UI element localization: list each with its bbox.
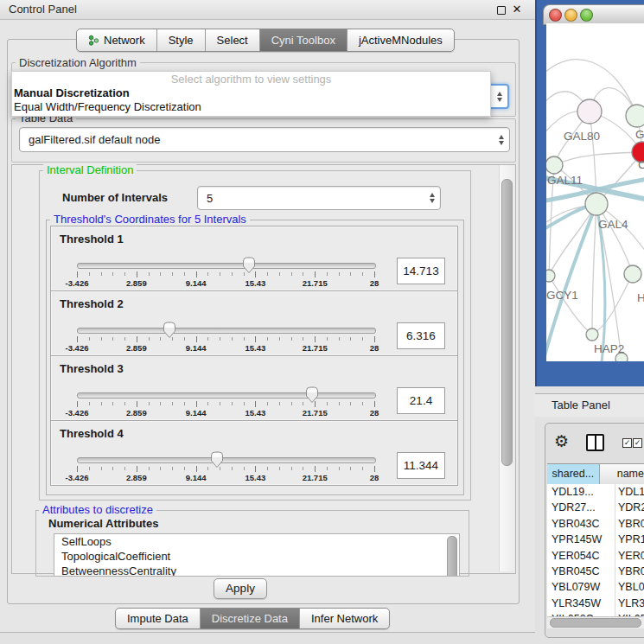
cell-shared-name[interactable]: YPR145W [547,532,615,547]
network-node[interactable] [546,270,555,282]
dropdown-option-equal-width[interactable]: Equal Width/Frequency Discretization [12,100,490,114]
cell-name[interactable]: YBL079W [615,579,644,595]
threshold-value-field[interactable]: 11.344 [397,452,445,479]
vertical-scrollbar-thumb[interactable] [501,179,513,466]
dropdown-option-manual[interactable]: Manual Discretization [12,86,490,100]
attribute-list-item[interactable]: TopologicalCoefficient [54,549,459,564]
cell-shared-name[interactable]: YLR345W [547,596,615,611]
network-graph: GAL80GACGAL11GAL4GCY1HHAP2 [546,23,644,361]
cell-name[interactable]: YBR043C [615,516,644,532]
slider-tick [196,466,197,472]
bottom-tab-infer-network[interactable]: Infer Network [300,609,389,628]
cell-name[interactable]: YLR345W [615,596,644,611]
table-row[interactable]: YDR27...YDR27... [547,500,644,515]
select-all-checkbox-icon[interactable]: ✓ [622,438,632,448]
table-row[interactable]: YBR045CYBR045C [547,564,644,579]
network-node[interactable] [577,99,602,124]
float-window-icon[interactable] [497,6,506,15]
network-canvas[interactable]: GAL80GACGAL11GAL4GCY1HHAP2 [546,23,644,361]
table-row[interactable]: YBR043CYBR043C [547,516,644,532]
slider-tick [137,271,137,277]
bottom-tab-impute-data[interactable]: Impute Data [116,609,201,628]
cell-name[interactable]: YBR045C [615,564,644,579]
table-rows[interactable]: YDL19...YDL19...YDR27...YDR27...YBR043CY… [547,484,644,616]
bottom-tab-discretize-data[interactable]: Discretize Data [201,609,300,628]
cell-shared-name[interactable]: YER054C [547,548,615,564]
column-header-shared-name[interactable]: shared... [547,464,600,484]
network-node[interactable] [586,328,598,341]
table-row[interactable]: YDL19...YDL19... [547,484,644,500]
cell-name[interactable]: YDL19... [615,484,644,500]
cell-name[interactable]: YDR27... [615,500,644,515]
deselect-all-checkbox-icon[interactable]: ✓ [633,438,642,448]
number-of-intervals-combo[interactable]: 5 [197,186,441,210]
slider-tick-label: 2.859 [126,278,147,288]
slider-tick-label: 28 [370,408,379,418]
column-header-name[interactable]: name [600,464,644,484]
slider-tick [196,336,197,342]
slider-thumb[interactable] [161,321,178,339]
table-panel-titlebar: Table Panel [535,393,644,417]
slider-tick [220,337,220,341]
slider-tick-label: 9.144 [186,408,207,418]
slider-tick [89,272,90,276]
network-window-titlebar[interactable] [543,4,644,25]
gear-icon[interactable]: ⚙ [554,430,569,451]
threshold-value-field[interactable]: 14.713 [397,258,445,284]
slider-track[interactable] [77,328,376,334]
table-row[interactable]: YER054CYER054C [547,548,644,564]
threshold-value-field[interactable]: 21.4 [397,387,445,414]
network-node[interactable] [546,156,563,174]
table-row[interactable]: YPR145WYPR145W [547,532,644,547]
discretization-algorithm-title: Discretization Algorithm [16,57,140,69]
network-node[interactable] [585,193,608,215]
slider-tick [267,467,268,470]
cell-shared-name[interactable]: YDL19... [547,484,615,500]
numerical-attributes-list[interactable]: SelfLoopsTopologicalCoefficientBetweenne… [54,533,460,577]
list-scrollbar-thumb[interactable] [447,536,457,577]
network-node[interactable] [624,265,641,283]
cell-shared-name[interactable]: YBL079W [547,579,615,595]
slider-thumb[interactable] [240,256,258,274]
slider-tick [232,402,233,405]
tab-style[interactable]: Style [157,29,206,51]
slider-tick [149,337,150,341]
apply-button[interactable]: Apply [214,578,267,599]
split-columns-icon[interactable] [586,434,604,451]
slider-tick [303,337,303,341]
attribute-list-item[interactable]: BetweennessCentrality [54,564,459,577]
network-node[interactable] [626,105,644,127]
table-data-combo[interactable]: galFiltered.sif default node [19,127,510,152]
cell-name[interactable]: YPR145W [615,532,644,547]
slider-track[interactable] [77,263,376,269]
attribute-list-item[interactable]: SelfLoops [54,534,459,549]
tab-network[interactable]: Network [77,29,157,51]
table-row[interactable]: YLR345WYLR345W [547,596,644,611]
slider-tick [112,467,113,470]
tab-select[interactable]: Select [206,29,260,51]
threshold-value-field[interactable]: 6.316 [397,322,445,349]
slider-thumb[interactable] [303,386,321,404]
traffic-light-close-icon[interactable] [549,9,562,22]
table-row[interactable]: YBL079WYBL079W [547,579,644,595]
close-icon[interactable]: ✕ [511,2,523,17]
cell-name[interactable]: YER054C [615,548,644,564]
slider-tick [149,467,150,470]
threshold-row: Threshold 1-3.4262.8599.14415.4321.71528… [50,226,458,291]
bottom-tab-label: Discretize Data [212,609,288,628]
traffic-light-zoom-icon[interactable] [580,9,593,22]
threshold-label: Threshold 2 [60,297,124,310]
cell-shared-name[interactable]: YBR043C [547,516,615,532]
cell-shared-name[interactable]: YDR27... [547,500,615,515]
slider-tick [303,467,303,470]
slider-track[interactable] [77,392,376,399]
traffic-light-minimize-icon[interactable] [564,9,577,22]
tab-cyni-toolbox[interactable]: Cyni Toolbox [260,29,348,51]
slider-thumb[interactable] [208,450,226,469]
slider-tick [101,272,102,276]
cell-shared-name[interactable]: YBR045C [547,564,615,579]
tab-jactivemnodules[interactable]: jActiveMNodules [348,29,454,51]
horizontal-scrollbar-thumb[interactable] [550,618,641,628]
slider-tick [362,272,363,276]
slider-track[interactable] [77,457,376,463]
